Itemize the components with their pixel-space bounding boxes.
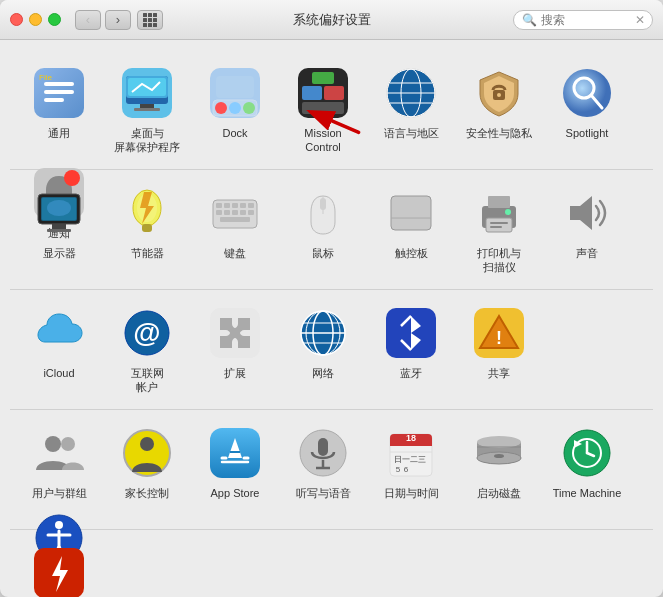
system-preferences-window: ‹ › 系统偏好设置 🔍 ✕ xyxy=(0,0,663,597)
pref-startdisk[interactable]: 启动磁盘 xyxy=(455,420,543,505)
pref-keyboard[interactable]: 键盘 xyxy=(191,180,279,265)
svg-rect-55 xyxy=(240,210,246,215)
users-icon xyxy=(31,425,87,481)
users-label: 用户与群组 xyxy=(32,486,87,500)
pref-flash-player[interactable]: Flash Player xyxy=(15,540,103,597)
svg-point-84 xyxy=(140,437,154,451)
search-icon: 🔍 xyxy=(522,13,537,27)
printer-label: 打印机与扫描仪 xyxy=(477,246,521,275)
pref-timemachine[interactable]: Time Machine xyxy=(543,420,631,505)
pref-bluetooth[interactable]: 蓝牙 xyxy=(367,300,455,385)
network-label: 网络 xyxy=(312,366,334,380)
svg-rect-50 xyxy=(240,203,246,208)
icloud-label: iCloud xyxy=(43,366,74,380)
pref-printer[interactable]: 打印机与扫描仪 xyxy=(455,180,543,280)
svg-rect-2 xyxy=(44,82,74,86)
pref-internet-accounts[interactable]: @ 互联网帐户 xyxy=(103,300,191,400)
svg-rect-56 xyxy=(248,210,254,215)
startdisk-label: 启动磁盘 xyxy=(477,486,521,500)
pref-icloud[interactable]: iCloud xyxy=(15,300,103,385)
svg-text:@: @ xyxy=(133,317,160,348)
titlebar: ‹ › 系统偏好设置 🔍 ✕ xyxy=(0,0,663,40)
trackpad-label: 触控板 xyxy=(395,246,428,260)
pref-general[interactable]: File 通用 xyxy=(15,60,103,145)
search-clear-icon[interactable]: ✕ xyxy=(635,13,645,27)
pref-trackpad[interactable]: 触控板 xyxy=(367,180,455,265)
startdisk-icon xyxy=(471,425,527,481)
pref-parental[interactable]: 家长控制 xyxy=(103,420,191,505)
pref-dictation[interactable]: 听写与语音 xyxy=(279,420,367,505)
svg-point-116 xyxy=(55,521,63,529)
svg-rect-110 xyxy=(477,446,521,448)
icloud-icon xyxy=(31,305,87,361)
svg-point-82 xyxy=(61,437,75,451)
sound-icon xyxy=(559,185,615,241)
traffic-lights xyxy=(10,13,61,26)
appstore-icon xyxy=(207,425,263,481)
security-label: 安全性与隐私 xyxy=(466,126,532,140)
language-icon xyxy=(383,65,439,121)
pref-language[interactable]: 语言与地区 xyxy=(367,60,455,145)
svg-point-67 xyxy=(505,209,511,215)
bluetooth-label: 蓝牙 xyxy=(400,366,422,380)
pref-mission-control[interactable]: MissionControl xyxy=(279,60,367,160)
pref-sound[interactable]: 声音 xyxy=(543,180,631,265)
search-input[interactable] xyxy=(541,13,631,27)
pref-appstore[interactable]: App Store xyxy=(191,420,279,505)
svg-point-81 xyxy=(45,436,61,452)
pref-dock[interactable]: Dock xyxy=(191,60,279,145)
back-button[interactable]: ‹ xyxy=(75,10,101,30)
section-personal: File 通用 桌面与屏幕保护程序 xyxy=(10,50,653,170)
svg-rect-63 xyxy=(488,196,510,208)
grid-view-button[interactable] xyxy=(137,10,163,30)
pref-users[interactable]: 用户与群组 xyxy=(15,420,103,505)
svg-rect-19 xyxy=(302,86,322,100)
close-button[interactable] xyxy=(10,13,23,26)
svg-rect-48 xyxy=(224,203,230,208)
keyboard-icon xyxy=(207,185,263,241)
svg-rect-51 xyxy=(248,203,254,208)
pref-display[interactable]: 显示器 xyxy=(15,180,103,265)
dictation-icon xyxy=(295,425,351,481)
pref-network[interactable]: 网络 xyxy=(279,300,367,385)
pref-security[interactable]: 安全性与隐私 xyxy=(455,60,543,145)
svg-rect-60 xyxy=(391,196,431,230)
flash-player-icon xyxy=(31,545,87,597)
svg-text:6: 6 xyxy=(404,465,409,474)
search-box[interactable]: 🔍 ✕ xyxy=(513,10,653,30)
maximize-button[interactable] xyxy=(48,13,61,26)
pref-energy[interactable]: 节能器 xyxy=(103,180,191,265)
svg-rect-66 xyxy=(490,226,502,228)
svg-text:二: 二 xyxy=(410,455,418,464)
pref-desktop[interactable]: 桌面与屏幕保护程序 xyxy=(103,60,191,160)
forward-button[interactable]: › xyxy=(105,10,131,30)
timemachine-label: Time Machine xyxy=(553,486,622,500)
general-icon: File xyxy=(31,65,87,121)
security-icon xyxy=(471,65,527,121)
sound-label: 声音 xyxy=(576,246,598,260)
svg-rect-65 xyxy=(490,222,508,224)
parental-control-label: 家长控制 xyxy=(125,486,169,500)
mission-control-icon xyxy=(295,65,351,121)
pref-sharing[interactable]: ! 共享 xyxy=(455,300,543,385)
svg-point-16 xyxy=(243,102,255,114)
svg-point-36 xyxy=(64,170,80,186)
pref-mouse[interactable]: 鼠标 xyxy=(279,180,367,265)
svg-point-109 xyxy=(494,454,504,458)
trackpad-icon xyxy=(383,185,439,241)
pref-datetime[interactable]: 18 日 一 二 三 5 6 日期与时间 xyxy=(367,420,455,505)
internet-accounts-label: 互联网帐户 xyxy=(131,366,164,395)
svg-rect-39 xyxy=(52,224,66,229)
svg-rect-45 xyxy=(142,224,152,232)
dock-icon xyxy=(207,65,263,121)
svg-rect-9 xyxy=(140,104,154,108)
svg-point-30 xyxy=(497,93,501,97)
parental-control-icon xyxy=(119,425,175,481)
svg-point-31 xyxy=(563,69,611,117)
spotlight-label: Spotlight xyxy=(566,126,609,140)
pref-spotlight[interactable]: Spotlight xyxy=(543,60,631,145)
minimize-button[interactable] xyxy=(29,13,42,26)
pref-extensions[interactable]: 扩展 xyxy=(191,300,279,385)
timemachine-icon xyxy=(559,425,615,481)
bluetooth-icon xyxy=(383,305,439,361)
